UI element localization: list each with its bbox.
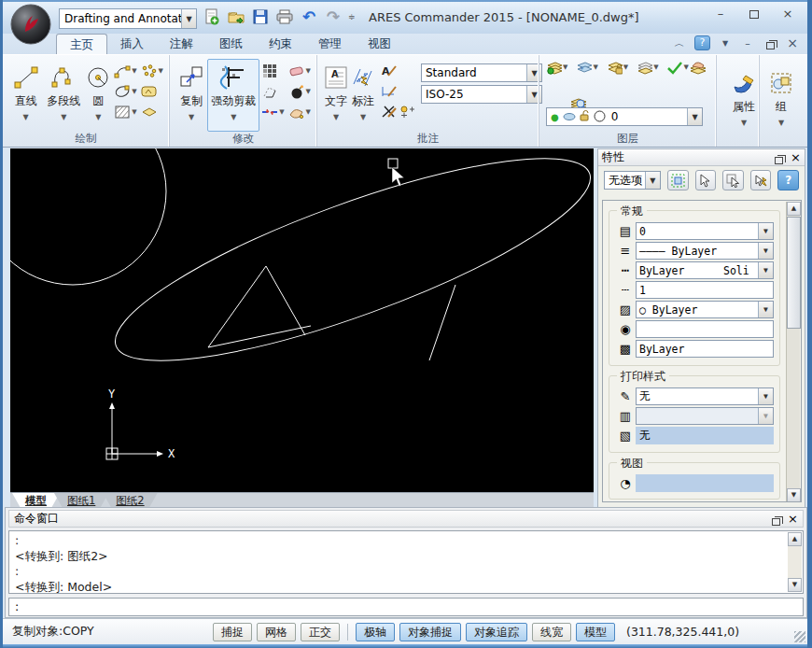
general-field-0[interactable]: 0▼ (636, 222, 774, 240)
copy-button[interactable]: 复制 ▼ (175, 59, 207, 132)
properties-dropdown-arrow[interactable]: ▼ (741, 119, 747, 127)
toggle-4[interactable]: 对象捕捉 (399, 623, 461, 641)
general-field-1[interactable]: ———— ByLayer▼ (636, 242, 774, 260)
ribbon-tab-5[interactable]: 管理 (305, 34, 355, 54)
circle-dropdown-arrow[interactable]: ▼ (95, 113, 101, 121)
eraser-dropdown-arrow[interactable]: ▼ (306, 67, 311, 75)
dimension-dropdown-arrow[interactable]: ▼ (360, 113, 366, 121)
circle-button[interactable]: 圆 ▼ (84, 59, 112, 132)
close-button[interactable]: × (777, 7, 798, 22)
save-icon[interactable] (251, 7, 270, 26)
print-style-field-0[interactable]: 无▼ (636, 387, 774, 405)
text-dropdown-arrow[interactable]: ▼ (333, 113, 339, 121)
general-dropdown-arrow-4[interactable]: ▼ (758, 302, 773, 317)
print-icon[interactable] (275, 7, 294, 26)
command-input[interactable]: : (8, 598, 804, 616)
toggle-3[interactable]: 极轴 (356, 623, 395, 641)
group-dropdown-arrow[interactable]: ▼ (778, 119, 784, 127)
dimension-button[interactable]: 标注 ▼ (349, 59, 377, 132)
eraser-icon[interactable] (288, 63, 305, 79)
ellipse-icon[interactable] (114, 83, 131, 100)
new-file-icon[interactable] (203, 7, 221, 26)
layer-states-dropdown-arrow[interactable]: ▼ (653, 63, 658, 71)
command-scroll-down-icon[interactable]: ▼ (788, 578, 802, 592)
ribbon-collapse-icon[interactable]: ︿ (672, 36, 687, 50)
command-scrollbar[interactable]: ▲ ▼ (788, 532, 802, 592)
properties-scrollbar[interactable]: ▲ ▼ (786, 202, 800, 502)
drawing-canvas[interactable]: XY (10, 148, 594, 492)
layer-states-icon[interactable] (636, 59, 652, 76)
ribbon-tab-3[interactable]: 图纸 (206, 34, 256, 54)
application-menu-button[interactable] (9, 3, 52, 46)
explode-icon[interactable] (288, 83, 305, 100)
edit-polyline-icon[interactable] (261, 83, 278, 100)
open-file-icon[interactable] (227, 7, 245, 26)
revision-cloud-icon[interactable] (141, 83, 158, 100)
print-style-dropdown-arrow-0[interactable]: ▼ (758, 388, 773, 404)
layer-lock-dropdown-arrow[interactable]: ▼ (623, 63, 628, 71)
layer-thaw-icon[interactable] (563, 112, 576, 122)
resize-grip[interactable] (794, 631, 805, 642)
layer-on-icon[interactable]: ● (551, 112, 559, 122)
ribbon-tab-6[interactable]: 视图 (355, 34, 404, 54)
hatch-dropdown-arrow[interactable]: ▼ (132, 108, 136, 116)
align-dropdown-arrow[interactable]: ▼ (279, 108, 284, 116)
layer-manager-icon[interactable] (545, 59, 562, 76)
doc-minimize-button[interactable]: – (740, 37, 755, 49)
polyline-button[interactable]: 多段线 ▼ (43, 59, 84, 132)
layer-freeze-icon[interactable]: * (575, 59, 592, 76)
ribbon-tab-1[interactable]: 插入 (107, 34, 157, 54)
layer-check-icon[interactable] (666, 59, 683, 76)
select-entities-button[interactable] (667, 170, 689, 190)
toggle-1[interactable]: 网格 (257, 623, 296, 641)
toggle-5[interactable]: 对象追踪 (466, 623, 527, 641)
properties-close-button[interactable]: × (791, 150, 801, 164)
powertrim-dropdown-arrow[interactable]: ▼ (231, 113, 236, 121)
command-float-button[interactable] (772, 513, 780, 526)
text-button[interactable]: A 文字 ▼ (323, 59, 349, 132)
dimension-style-icon[interactable] (381, 83, 398, 100)
selection-filter-dropdown-arrow[interactable]: ▼ (645, 172, 660, 189)
general-dropdown-arrow-1[interactable]: ▼ (758, 243, 773, 259)
stretch-dropdown-arrow[interactable]: ▼ (306, 108, 311, 116)
point-icon[interactable] (141, 63, 158, 79)
quick-modify-button[interactable] (750, 170, 772, 190)
text-style-combo[interactable]: Standard ▼ (421, 63, 542, 82)
layer-lock-icon[interactable] (606, 59, 623, 76)
properties-help-button[interactable]: ? (777, 170, 799, 190)
line-dropdown-arrow[interactable]: ▼ (23, 113, 29, 121)
print-style-field-2[interactable]: 无 (636, 427, 774, 444)
help-dropdown-icon[interactable]: ▼ (718, 39, 733, 48)
sheet-tab-1[interactable]: 图纸1 (54, 493, 108, 508)
minimize-button[interactable]: – (710, 7, 731, 22)
general-field-2[interactable]: ByLayer Soli▼ (636, 261, 774, 279)
maximize-button[interactable] (744, 7, 764, 22)
qat-customize-icon[interactable]: ≑ (348, 12, 356, 21)
annotation-point-icon[interactable] (399, 104, 415, 120)
print-style-field-1[interactable]: ▼ (636, 407, 774, 425)
arc-icon[interactable] (114, 63, 131, 79)
command-scroll-up-icon[interactable]: ▲ (788, 532, 802, 546)
command-close-button[interactable]: × (788, 512, 798, 526)
annotation-reset-icon[interactable] (381, 104, 398, 120)
dim-style-combo[interactable]: ISO-25 ▼ (421, 85, 542, 104)
general-dropdown-arrow-0[interactable]: ▼ (758, 223, 773, 239)
arc-dropdown-arrow[interactable]: ▼ (132, 67, 136, 75)
ribbon-tab-0[interactable]: 主页 (56, 34, 107, 54)
toggle-6[interactable]: 线宽 (532, 623, 571, 641)
workspace-selector[interactable]: Drafting and Annotation ▼ (59, 8, 197, 29)
doc-restore-button[interactable] (763, 37, 777, 49)
properties-float-button[interactable] (775, 151, 783, 164)
print-style-dropdown-arrow-1[interactable]: ▼ (758, 408, 773, 424)
help-icon[interactable]: ? (694, 35, 710, 50)
undo-icon[interactable]: ↶ (300, 7, 318, 26)
polyline-dropdown-arrow[interactable]: ▼ (61, 113, 66, 121)
layer-combo-dropdown-arrow[interactable]: ▼ (687, 108, 702, 125)
ribbon-tab-2[interactable]: 注解 (157, 34, 206, 54)
layer-combo[interactable]: ● 0 ▼ (546, 107, 703, 126)
toggle-2[interactable]: 正交 (301, 623, 340, 641)
scrollbar-thumb[interactable] (787, 217, 801, 329)
point-dropdown-arrow[interactable]: ▼ (159, 67, 163, 75)
sheet-tab-0[interactable]: 模型 (12, 493, 60, 508)
pattern-array-icon[interactable] (261, 63, 278, 79)
